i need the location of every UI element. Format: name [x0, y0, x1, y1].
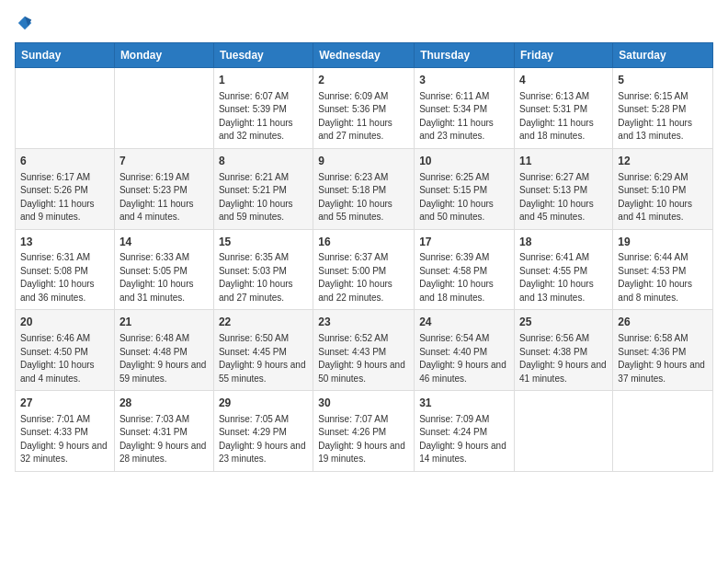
day-number: 2 [318, 73, 409, 88]
day-number: 29 [219, 396, 308, 411]
calendar-cell: 24Sunrise: 6:54 AM Sunset: 4:40 PM Dayli… [415, 310, 515, 391]
day-info: Sunrise: 6:13 AM Sunset: 5:31 PM Dayligh… [519, 90, 608, 144]
calendar-cell: 31Sunrise: 7:09 AM Sunset: 4:24 PM Dayli… [415, 391, 515, 472]
day-info: Sunrise: 6:11 AM Sunset: 5:34 PM Dayligh… [419, 90, 509, 144]
day-info: Sunrise: 6:25 AM Sunset: 5:15 PM Dayligh… [419, 171, 509, 224]
day-number: 30 [318, 396, 409, 411]
day-number: 25 [519, 315, 608, 330]
calendar-cell: 27Sunrise: 7:01 AM Sunset: 4:33 PM Dayli… [16, 391, 115, 472]
calendar-cell: 29Sunrise: 7:05 AM Sunset: 4:29 PM Dayli… [213, 391, 313, 472]
calendar-cell: 3Sunrise: 6:11 AM Sunset: 5:34 PM Daylig… [415, 68, 515, 149]
calendar-cell: 7Sunrise: 6:19 AM Sunset: 5:23 PM Daylig… [114, 148, 213, 229]
day-number: 15 [219, 235, 308, 250]
calendar-table: SundayMondayTuesdayWednesdayThursdayFrid… [15, 42, 713, 472]
day-number: 31 [419, 396, 509, 411]
day-number: 12 [618, 154, 708, 169]
day-info: Sunrise: 6:23 AM Sunset: 5:18 PM Dayligh… [318, 171, 409, 224]
calendar-cell: 21Sunrise: 6:48 AM Sunset: 4:48 PM Dayli… [114, 310, 213, 391]
day-info: Sunrise: 6:21 AM Sunset: 5:21 PM Dayligh… [219, 171, 308, 224]
calendar-cell [613, 391, 713, 472]
day-info: Sunrise: 7:03 AM Sunset: 4:31 PM Dayligh… [119, 413, 209, 466]
day-info: Sunrise: 6:07 AM Sunset: 5:39 PM Dayligh… [219, 90, 308, 144]
day-number: 9 [318, 154, 409, 169]
day-info: Sunrise: 6:27 AM Sunset: 5:13 PM Dayligh… [519, 171, 608, 224]
weekday-header-tuesday: Tuesday [213, 43, 313, 68]
calendar-week-row: 1Sunrise: 6:07 AM Sunset: 5:39 PM Daylig… [16, 68, 713, 149]
day-info: Sunrise: 6:46 AM Sunset: 4:50 PM Dayligh… [20, 332, 109, 385]
calendar-cell: 14Sunrise: 6:33 AM Sunset: 5:05 PM Dayli… [114, 229, 213, 310]
day-info: Sunrise: 6:58 AM Sunset: 4:36 PM Dayligh… [618, 332, 708, 385]
calendar-cell: 30Sunrise: 7:07 AM Sunset: 4:26 PM Dayli… [313, 391, 415, 472]
day-number: 13 [20, 235, 109, 250]
calendar-cell: 20Sunrise: 6:46 AM Sunset: 4:50 PM Dayli… [16, 310, 115, 391]
day-info: Sunrise: 7:07 AM Sunset: 4:26 PM Dayligh… [318, 413, 409, 466]
calendar-cell: 23Sunrise: 6:52 AM Sunset: 4:43 PM Dayli… [313, 310, 415, 391]
day-info: Sunrise: 6:33 AM Sunset: 5:05 PM Dayligh… [119, 251, 209, 304]
logo [15, 15, 33, 31]
day-info: Sunrise: 6:19 AM Sunset: 5:23 PM Dayligh… [119, 171, 209, 224]
calendar-week-row: 6Sunrise: 6:17 AM Sunset: 5:26 PM Daylig… [16, 148, 713, 229]
day-info: Sunrise: 6:09 AM Sunset: 5:36 PM Dayligh… [318, 90, 409, 144]
day-number: 28 [119, 396, 209, 411]
weekday-header-monday: Monday [114, 43, 213, 68]
day-info: Sunrise: 7:05 AM Sunset: 4:29 PM Dayligh… [219, 413, 308, 466]
calendar-cell: 6Sunrise: 6:17 AM Sunset: 5:26 PM Daylig… [16, 148, 115, 229]
calendar-cell: 5Sunrise: 6:15 AM Sunset: 5:28 PM Daylig… [613, 68, 713, 149]
weekday-header-friday: Friday [515, 43, 613, 68]
day-number: 19 [618, 235, 708, 250]
day-number: 5 [618, 73, 708, 88]
day-number: 26 [618, 315, 708, 330]
day-number: 4 [519, 73, 608, 88]
day-number: 22 [219, 315, 308, 330]
day-info: Sunrise: 6:54 AM Sunset: 4:40 PM Dayligh… [419, 332, 509, 385]
calendar-week-row: 13Sunrise: 6:31 AM Sunset: 5:08 PM Dayli… [16, 229, 713, 310]
day-info: Sunrise: 6:31 AM Sunset: 5:08 PM Dayligh… [20, 251, 109, 304]
day-number: 24 [419, 315, 509, 330]
day-info: Sunrise: 6:50 AM Sunset: 4:45 PM Dayligh… [219, 332, 308, 385]
day-number: 11 [519, 154, 608, 169]
calendar-week-row: 20Sunrise: 6:46 AM Sunset: 4:50 PM Dayli… [16, 310, 713, 391]
day-number: 3 [419, 73, 509, 88]
day-number: 6 [20, 154, 109, 169]
weekday-header-row: SundayMondayTuesdayWednesdayThursdayFrid… [16, 43, 713, 68]
calendar-cell: 25Sunrise: 6:56 AM Sunset: 4:38 PM Dayli… [515, 310, 613, 391]
calendar-week-row: 27Sunrise: 7:01 AM Sunset: 4:33 PM Dayli… [16, 391, 713, 472]
day-number: 18 [519, 235, 608, 250]
weekday-header-wednesday: Wednesday [313, 43, 415, 68]
day-number: 1 [219, 73, 308, 88]
calendar-cell: 4Sunrise: 6:13 AM Sunset: 5:31 PM Daylig… [515, 68, 613, 149]
day-info: Sunrise: 6:41 AM Sunset: 4:55 PM Dayligh… [519, 251, 608, 304]
day-number: 14 [119, 235, 209, 250]
calendar-cell: 12Sunrise: 6:29 AM Sunset: 5:10 PM Dayli… [613, 148, 713, 229]
calendar-cell: 15Sunrise: 6:35 AM Sunset: 5:03 PM Dayli… [213, 229, 313, 310]
weekday-header-sunday: Sunday [16, 43, 115, 68]
calendar-cell: 9Sunrise: 6:23 AM Sunset: 5:18 PM Daylig… [313, 148, 415, 229]
calendar-cell: 16Sunrise: 6:37 AM Sunset: 5:00 PM Dayli… [313, 229, 415, 310]
day-number: 20 [20, 315, 109, 330]
day-number: 21 [119, 315, 209, 330]
day-info: Sunrise: 6:39 AM Sunset: 4:58 PM Dayligh… [419, 251, 509, 304]
logo-icon [17, 15, 33, 31]
calendar-cell [515, 391, 613, 472]
day-info: Sunrise: 6:17 AM Sunset: 5:26 PM Dayligh… [20, 171, 109, 224]
calendar-cell: 28Sunrise: 7:03 AM Sunset: 4:31 PM Dayli… [114, 391, 213, 472]
day-number: 8 [219, 154, 308, 169]
day-number: 23 [318, 315, 409, 330]
day-info: Sunrise: 6:56 AM Sunset: 4:38 PM Dayligh… [519, 332, 608, 385]
day-info: Sunrise: 6:35 AM Sunset: 5:03 PM Dayligh… [219, 251, 308, 304]
day-info: Sunrise: 6:37 AM Sunset: 5:00 PM Dayligh… [318, 251, 409, 304]
calendar-cell: 11Sunrise: 6:27 AM Sunset: 5:13 PM Dayli… [515, 148, 613, 229]
day-number: 16 [318, 235, 409, 250]
day-info: Sunrise: 6:44 AM Sunset: 4:53 PM Dayligh… [618, 251, 708, 304]
weekday-header-saturday: Saturday [613, 43, 713, 68]
calendar-cell: 10Sunrise: 6:25 AM Sunset: 5:15 PM Dayli… [415, 148, 515, 229]
day-info: Sunrise: 6:48 AM Sunset: 4:48 PM Dayligh… [119, 332, 209, 385]
calendar-cell: 13Sunrise: 6:31 AM Sunset: 5:08 PM Dayli… [16, 229, 115, 310]
day-number: 7 [119, 154, 209, 169]
calendar-cell: 18Sunrise: 6:41 AM Sunset: 4:55 PM Dayli… [515, 229, 613, 310]
weekday-header-thursday: Thursday [415, 43, 515, 68]
calendar-cell: 17Sunrise: 6:39 AM Sunset: 4:58 PM Dayli… [415, 229, 515, 310]
page-header [15, 15, 713, 31]
day-info: Sunrise: 7:01 AM Sunset: 4:33 PM Dayligh… [20, 413, 109, 466]
calendar-cell: 1Sunrise: 6:07 AM Sunset: 5:39 PM Daylig… [213, 68, 313, 149]
